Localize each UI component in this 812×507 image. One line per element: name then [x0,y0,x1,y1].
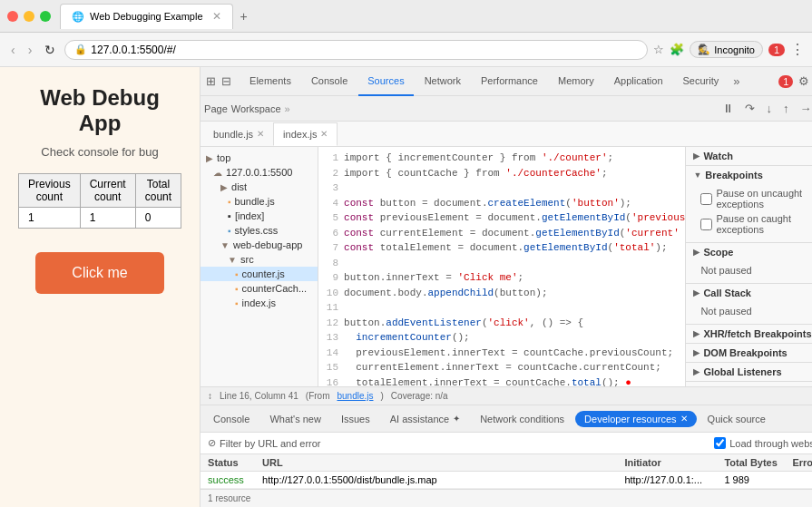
bottom-panel: Console What's new Issues AI assistance … [201,405,812,507]
incognito-label: Incognito [714,44,755,55]
bundle-tab-close[interactable]: ✕ [257,129,264,139]
reload-button[interactable]: ↻ [41,41,59,59]
extension-icon[interactable]: 🧩 [670,43,684,56]
tab-security[interactable]: Security [674,67,729,96]
page-tab[interactable]: Page [204,103,228,114]
tree-dist[interactable]: ▶ dist [201,180,318,194]
global-label: Global Listeners [703,366,781,377]
traffic-lights [7,11,51,22]
tab-close-icon[interactable]: ✕ [212,10,221,23]
workspace-tab[interactable]: Workspace [231,103,281,114]
row-initiator: http://127.0.0.1:... [617,472,717,488]
tree-bundle[interactable]: ▪ bundle.js [201,194,318,209]
back-button[interactable]: ‹ [7,41,19,59]
bottom-tab-dev-resources[interactable]: Developer resources ✕ [575,411,697,427]
tree-index-src[interactable]: ▪ index.js [201,296,318,310]
address-bar[interactable]: 🔒 127.0.0.1:5500/#/ [64,40,648,60]
table-row[interactable]: success http://127.0.0.1:5500/dist/bundl… [201,472,812,489]
dom-header[interactable]: ▶ DOM Breakpoints [686,344,812,362]
maximize-traffic-light[interactable] [40,11,51,22]
step-icon[interactable]: → [796,100,812,117]
bottom-tab-quick-source[interactable]: Quick source [699,411,775,427]
table-header: Status URL Initiator Total Bytes Error [201,454,812,472]
count-table: Previous count Current count Total count… [18,173,181,229]
pause-caught-checkbox[interactable] [700,219,712,230]
step-over-icon[interactable]: ↷ [741,100,758,117]
tree-host[interactable]: ☁ 127.0.0.1:5500 [201,165,318,180]
tree-index-dist[interactable]: ▪ [index] [201,209,318,223]
step-out-icon[interactable]: ↑ [779,100,793,117]
bundle-link[interactable]: bundle.js [337,391,373,401]
minimize-traffic-light[interactable] [24,11,34,22]
tree-top[interactable]: ▶ top [201,151,318,165]
section-watch: ▶ Watch [686,147,812,166]
xhr-header[interactable]: ▶ XHR/fetch Breakpoints [686,325,812,343]
tree-counter[interactable]: ▪ counter.js [201,267,318,281]
index-tab-close[interactable]: ✕ [320,129,328,139]
load-checkbox[interactable] [714,437,726,449]
chevron-icon-dom: ▶ [693,348,699,357]
tab-performance[interactable]: Performance [472,67,547,96]
dots-icon[interactable]: ⋮ [790,41,805,58]
watch-header[interactable]: ▶ Watch [686,147,812,165]
more-tabs-icon[interactable]: » [733,74,739,88]
code-line-2: 2import { countCache } from './counterCa… [318,166,685,181]
callstack-header[interactable]: ▶ Call Stack [686,284,812,302]
tab-elements[interactable]: Elements [240,67,300,96]
tree-counter-cache[interactable]: ▪ counterCach... [201,281,318,296]
tree-web-debug[interactable]: ▼ web-debug-app [201,238,318,252]
bottom-tab-ai[interactable]: AI assistance ✦ [381,411,469,427]
pause-icon[interactable]: ⏸ [719,100,738,117]
row-status: success [201,472,255,488]
code-line-11: 11 [318,300,685,316]
bottom-tab-issues[interactable]: Issues [332,411,379,427]
code-line-3: 3 [318,180,685,196]
bottom-tab-console[interactable]: Console [204,411,259,427]
chevron-icon-bp: ▼ [693,171,701,180]
code-editor[interactable]: 1import { incrementCounter } from './cou… [318,147,685,386]
incognito-badge: 🕵️ Incognito [690,41,763,58]
source-tab-bundle[interactable]: bundle.js ✕ [204,122,273,146]
devtools-settings-icon[interactable]: ⊟ [221,74,231,88]
global-header[interactable]: ▶ Global Listeners [686,363,812,381]
close-traffic-light[interactable] [7,11,18,22]
new-tab-button[interactable]: + [233,5,255,27]
lock-icon: 🔒 [74,44,87,55]
tab-network[interactable]: Network [416,67,470,96]
scope-header[interactable]: ▶ Scope [686,243,812,261]
col-header-current: Current count [80,174,135,208]
click-me-button[interactable]: Click me [35,252,163,294]
pause-uncaught-checkbox[interactable] [700,193,712,205]
titlebar: 🌐 Web Debugging Example ✕ + [0,0,812,33]
main-content: Web Debug App Check console for bug Prev… [0,67,812,507]
tab-console[interactable]: Console [302,67,357,96]
browser-tab[interactable]: 🌐 Web Debugging Example ✕ [60,4,233,29]
tab-application[interactable]: Application [605,67,672,96]
source-tab-index[interactable]: index.js ✕ [273,122,338,146]
breakpoints-header[interactable]: ▼ Breakpoints [686,166,812,184]
bottom-tab-whatsnew[interactable]: What's new [260,411,330,427]
tree-src[interactable]: ▼ src [201,252,318,267]
code-line-7: 7const totalElement = document.getElemen… [318,240,685,256]
forward-button[interactable]: › [24,41,36,59]
dev-resources-close[interactable]: ✕ [680,414,688,424]
devtools-toolbar: ⊞ ⊟ Elements Console Sources Network Per… [201,67,812,96]
devtools-dock-icon[interactable]: ⊞ [206,74,216,88]
more-tabs-btn[interactable]: » [285,103,290,114]
app-subtitle: Check console for bug [41,145,158,159]
col-header-url: URL [255,454,617,471]
source-tabs: bundle.js ✕ index.js ✕ [201,122,812,147]
cursor-icon: ↕ [208,391,212,401]
devtools-settings-btn[interactable]: ⚙ [795,73,812,90]
callstack-content: Not paused [686,302,812,324]
step-into-icon[interactable]: ↓ [762,100,776,117]
sources-subtoolbar: Page Workspace » ⏸ ↷ ↓ ↑ → ⊘ [201,96,812,122]
star-icon[interactable]: ☆ [653,43,664,56]
tab-sources[interactable]: Sources [358,67,413,96]
counter-file-icon: ▪ [235,269,239,279]
tree-styles[interactable]: ▪ styles.css [201,223,318,238]
notification-badge: 1 [768,44,785,56]
bottom-tab-network-cond[interactable]: Network conditions [471,411,573,427]
tab-memory[interactable]: Memory [549,67,603,96]
browser-actions: ☆ 🧩 🕵️ Incognito 1 ⋮ [653,41,805,58]
